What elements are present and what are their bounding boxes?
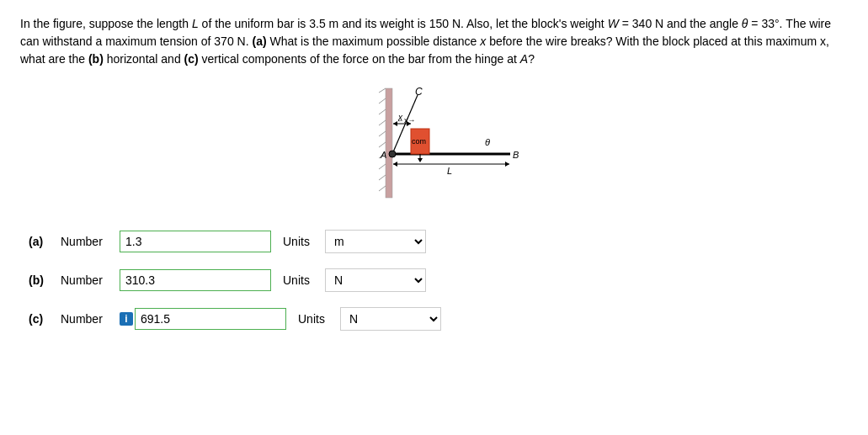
label-theta: θ xyxy=(485,137,490,147)
units-select-b[interactable]: m N kg xyxy=(325,268,426,292)
units-label-a: Units xyxy=(283,235,317,248)
svg-text:←x→: ←x→ xyxy=(397,116,416,125)
label-c-part: (c) xyxy=(29,312,52,326)
svg-line-9 xyxy=(379,175,386,180)
svg-marker-20 xyxy=(418,158,423,162)
figure-area: C A B com x ←x→ θ L xyxy=(20,80,848,215)
answer-row-a: (a) Number Units m N kg xyxy=(29,230,848,253)
label-a-part: (a) xyxy=(29,235,52,248)
svg-line-3 xyxy=(379,109,386,114)
input-wrapper-a xyxy=(120,231,271,252)
label-a: A xyxy=(380,150,386,160)
units-label-c: Units xyxy=(298,312,332,326)
input-wrapper-c: i xyxy=(120,308,286,330)
units-select-a[interactable]: m N kg xyxy=(325,230,426,253)
label-com: com xyxy=(412,137,426,146)
answers-section: (a) Number Units m N kg (b) Number Units… xyxy=(20,230,848,331)
svg-line-8 xyxy=(379,164,386,169)
svg-line-1 xyxy=(379,88,386,93)
number-input-c[interactable] xyxy=(135,308,286,330)
label-l: L xyxy=(447,166,452,176)
number-input-b[interactable] xyxy=(120,269,271,291)
svg-line-10 xyxy=(379,186,386,191)
figure-diagram: C A B com x ←x→ θ L xyxy=(317,80,552,215)
svg-point-13 xyxy=(389,151,396,157)
svg-line-2 xyxy=(379,98,386,103)
problem-text: In the figure, suppose the length L of t… xyxy=(20,15,845,68)
svg-marker-22 xyxy=(393,162,397,167)
number-word-c: Number xyxy=(61,312,111,326)
svg-rect-0 xyxy=(386,88,392,198)
svg-line-5 xyxy=(379,131,386,136)
answer-row-b: (b) Number Units m N kg xyxy=(29,268,848,292)
svg-marker-23 xyxy=(505,162,509,167)
info-badge-c: i xyxy=(120,312,133,326)
answer-row-c: (c) Number i Units m N kg xyxy=(29,307,848,331)
label-b: B xyxy=(513,150,519,160)
number-input-a[interactable] xyxy=(120,231,271,252)
label-b-part: (b) xyxy=(29,273,52,287)
label-c: C xyxy=(415,86,423,98)
units-label-b: Units xyxy=(283,273,317,287)
number-word-b: Number xyxy=(61,273,111,287)
input-wrapper-b xyxy=(120,269,271,291)
svg-line-4 xyxy=(379,120,386,125)
units-select-c[interactable]: m N kg xyxy=(340,307,441,331)
number-word-a: Number xyxy=(61,235,111,248)
svg-line-6 xyxy=(379,142,386,147)
